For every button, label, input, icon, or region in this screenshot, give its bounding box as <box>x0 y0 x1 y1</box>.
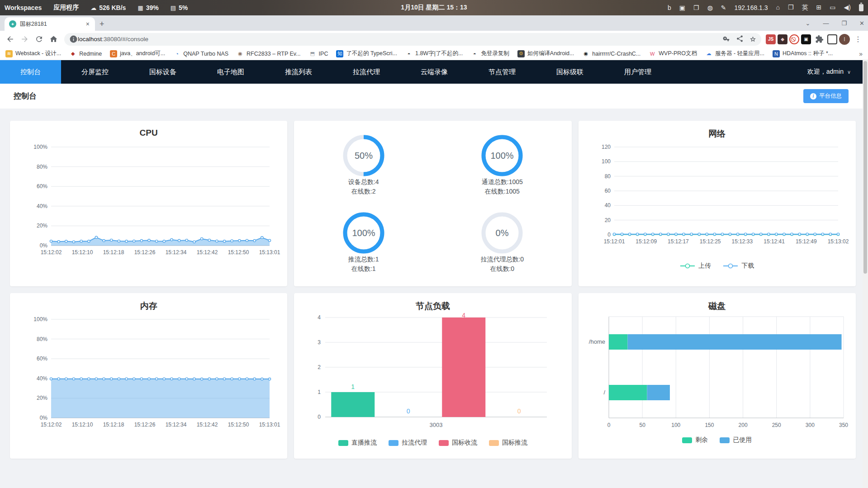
password-key-icon[interactable] <box>723 35 730 44</box>
legend-swatch <box>389 440 398 446</box>
bookmark-item[interactable]: ◉RFC2833 – RTP Ev... <box>237 50 301 57</box>
window-controls: ⌄ — ❐ ✕ <box>806 15 864 31</box>
nav-item-6[interactable]: 拉流代理 <box>332 60 400 84</box>
legend-label: 直播推流 <box>351 439 377 447</box>
extensions-puzzle-icon[interactable] <box>813 33 825 46</box>
nav-item-8[interactable]: 节点管理 <box>468 60 536 84</box>
home-icon[interactable] <box>47 33 60 46</box>
nav-item-2[interactable]: 分屏监控 <box>61 60 129 84</box>
site-info-icon[interactable] <box>69 33 78 46</box>
platform-info-button[interactable]: i 平台信息 <box>803 89 849 103</box>
scrollbar-thumb[interactable] <box>863 61 867 274</box>
stat-ring-4: 0%拉流代理总数:0在线数:0 <box>433 204 572 281</box>
profile-avatar[interactable]: I <box>839 34 850 45</box>
bookmark-item[interactable]: NHDAtmos :: 种子 *... <box>773 50 833 57</box>
restore-button[interactable]: ❐ <box>841 20 847 27</box>
screenshot-tool-icon[interactable]: ▣ <box>679 4 685 11</box>
new-tab-button[interactable]: + <box>100 19 104 29</box>
nav-item-5[interactable]: 推流列表 <box>265 60 332 84</box>
tab-search-icon[interactable]: ⌄ <box>806 20 811 27</box>
legend-item[interactable]: 国标收流 <box>439 439 477 447</box>
nav-item-1[interactable]: 控制台 <box>0 60 61 84</box>
bookmark-item[interactable]: ⚙如何编译Android... <box>517 50 574 57</box>
svg-text:50%: 50% <box>355 151 373 161</box>
color-picker-icon[interactable]: ✎ <box>721 4 726 11</box>
share-icon[interactable] <box>736 35 744 44</box>
nav-item-9[interactable]: 国标级联 <box>536 60 604 84</box>
legend-item[interactable]: 国标推流 <box>489 439 527 447</box>
bookmark-item[interactable]: ⬒IPC <box>309 50 328 57</box>
close-button[interactable]: ✕ <box>859 20 864 27</box>
bookmark-item[interactable]: ◓免登录复制 <box>471 50 509 57</box>
legend-item[interactable]: 已使用 <box>720 436 752 444</box>
tab-close-icon[interactable]: × <box>84 20 91 28</box>
svg-text:15:12:42: 15:12:42 <box>197 422 218 428</box>
legend-item[interactable]: 拉流代理 <box>389 439 427 447</box>
app-indicator-icon[interactable]: ◍ <box>707 4 713 11</box>
svg-text:15:12:17: 15:12:17 <box>668 238 689 245</box>
extension-dev-icon[interactable]: ▣ <box>801 34 811 44</box>
extension-blocker-icon[interactable]: ⃠ <box>789 34 799 44</box>
svg-text:1: 1 <box>318 389 321 395</box>
bookmark-favicon-icon: ◓ <box>471 50 478 57</box>
extension-dark-icon[interactable]: ◆ <box>778 34 787 44</box>
nav-item-10[interactable]: 用户管理 <box>604 60 672 84</box>
nav-item-3[interactable]: 国标设备 <box>129 60 197 84</box>
browser-tab[interactable]: ✦ 国标28181 × <box>5 17 95 31</box>
reload-icon[interactable] <box>33 33 45 46</box>
nav-item-4[interactable]: 电子地图 <box>197 60 265 84</box>
bookmark-item[interactable]: ≋Webstack - 设计... <box>5 50 61 57</box>
workspaces-button[interactable]: Workspaces <box>5 4 42 11</box>
svg-text:15:12:41: 15:12:41 <box>764 238 785 245</box>
volume-icon[interactable]: ◀) <box>844 4 851 12</box>
bookmark-item[interactable]: ☁服务器 - 轻量应用... <box>705 50 764 57</box>
workspace-switcher-icon[interactable]: ❒ <box>788 4 794 12</box>
home-icon[interactable]: ⌂ <box>776 4 780 12</box>
bookmark-label: java、android可... <box>120 50 165 57</box>
legend-swatch <box>682 437 692 443</box>
welcome-label: 欢迎，admin <box>807 68 844 76</box>
bookmark-item[interactable]: ◆Redmine <box>69 50 102 57</box>
svg-text:15:12:34: 15:12:34 <box>166 422 187 428</box>
node-load-chart-title: 节点负载 <box>294 293 571 313</box>
bookmark-item[interactable]: Cjava、android可... <box>110 50 165 57</box>
bookmark-item[interactable]: ◔QNAP Turbo NAS <box>173 50 228 57</box>
battery-icon[interactable] <box>859 4 863 11</box>
applications-menu[interactable]: 应用程序 <box>53 4 79 12</box>
back-icon[interactable] <box>4 33 16 46</box>
bookmark-item[interactable]: WWVP-PRO文档 <box>649 50 697 57</box>
extension-js-icon[interactable]: JS <box>766 34 776 44</box>
browser-menu-kebab-icon[interactable]: ⋮ <box>852 33 864 46</box>
bookmark-label: 服务器 - 轻量应用... <box>715 50 764 57</box>
clipboard-icon[interactable]: ❐ <box>693 4 699 11</box>
clock[interactable]: 1月10日 星期二 15：13 <box>401 4 467 12</box>
address-bar[interactable]: localhost:38080/#/console <box>64 33 761 46</box>
svg-text:3003: 3003 <box>430 422 443 428</box>
bookmark-item[interactable]: 知了不起的 TypeScri... <box>336 50 397 57</box>
cpu-chart-title: CPU <box>10 121 287 141</box>
display-icon[interactable]: ▭ <box>830 4 835 12</box>
search-b-icon[interactable]: b <box>668 4 671 11</box>
user-menu[interactable]: 欢迎，admin ∨ <box>807 68 863 76</box>
ring-label-line1: 拉流代理总数:0 <box>480 255 524 264</box>
ring-gauge: 100% <box>480 134 524 177</box>
nav-item-7[interactable]: 云端录像 <box>400 60 468 84</box>
extension-page-icon[interactable] <box>827 34 837 44</box>
page-scrollbar[interactable] <box>863 60 868 488</box>
input-method-icon[interactable]: 英 <box>802 4 808 12</box>
forward-icon[interactable] <box>18 33 31 46</box>
ip-address-indicator[interactable]: 192.168.1.3 <box>735 4 768 11</box>
keyboard-panel-icon[interactable]: ⊞ <box>816 4 822 12</box>
svg-text:15:12:10: 15:12:10 <box>72 249 93 256</box>
stats-card: 50%设备总数:4在线数:2100%通道总数:1005在线数:1005100%推… <box>294 121 571 286</box>
bookmark-star-icon[interactable] <box>749 35 757 44</box>
legend-item[interactable]: 剩余 <box>682 436 708 444</box>
legend-item[interactable]: 下载 <box>723 262 754 270</box>
svg-text:60%: 60% <box>37 183 47 190</box>
legend-item[interactable]: 上传 <box>680 262 711 270</box>
bookmark-item[interactable]: ◉hairrrrr/C-CrashC... <box>582 50 640 57</box>
bookmark-item[interactable]: ◓1.8W字|了不起的... <box>405 50 463 57</box>
legend-item[interactable]: 直播推流 <box>338 439 377 447</box>
bookmarks-overflow-chevron-icon[interactable]: » <box>859 50 863 57</box>
minimize-button[interactable]: — <box>823 20 829 27</box>
